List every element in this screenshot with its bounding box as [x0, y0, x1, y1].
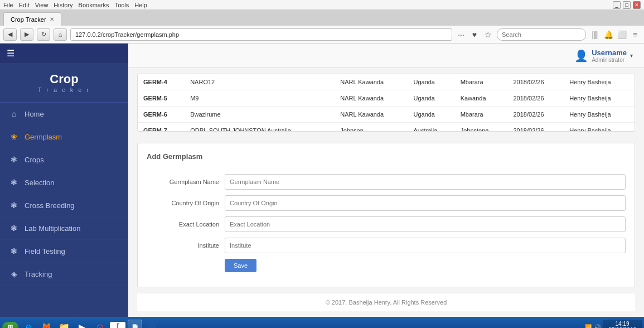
save-row: Save	[147, 259, 626, 272]
sidebar: ☰ Crop T r a c k e r ⌂ Home ❀ Germplasm …	[0, 44, 128, 317]
germ-person-cell: Henry Basheija	[564, 123, 635, 132]
tab-close-button[interactable]: ✕	[50, 16, 54, 22]
sidebar-item-selection[interactable]: ❃ Selection	[0, 171, 128, 194]
tab-bar: Crop Tracker ✕	[0, 10, 644, 26]
sidebar-item-germplasm[interactable]: ❀ Germplasm	[0, 126, 128, 148]
word-icon[interactable]: W	[144, 322, 160, 328]
lab-icon: ❃	[9, 224, 19, 233]
window-icon[interactable]: ⬜	[616, 30, 627, 39]
sidebar-item-field-testing[interactable]: ❃ Field Testing	[0, 240, 128, 263]
sidebar-field-label: Field Testing	[25, 247, 65, 255]
back-button[interactable]: ◀	[3, 28, 17, 41]
country-origin-label: Country Of Origin	[147, 200, 219, 206]
folder-icon[interactable]: 📁	[56, 322, 72, 329]
institute-label: Institute	[147, 242, 219, 249]
start-button[interactable]: ⊞	[2, 322, 18, 329]
germ-name-cell: NARO12	[185, 74, 335, 90]
user-details: Username Administrator	[592, 49, 627, 63]
address-bar: ◀ ▶ ↻ ⌂ ··· ♥ ☆ ||| 🔔 ⬜ ≡	[0, 26, 644, 44]
app-wrapper: ☰ Crop T r a c k e r ⌂ Home ❀ Germplasm …	[0, 44, 644, 317]
clock-time: 14:19	[606, 321, 638, 327]
germ-country-cell: Australia	[408, 123, 454, 132]
sidebar-item-cross-breeding[interactable]: ❃ Cross Breeding	[0, 194, 128, 217]
sidebar-header: Crop T r a c k e r	[0, 63, 128, 103]
menu-bookmarks[interactable]: Bookmarks	[79, 2, 109, 8]
sidebar-item-tracking[interactable]: ◈ Tracking	[0, 263, 128, 286]
system-tray: 📶 🔊	[585, 324, 601, 329]
sidebar-tracking-label: Tracking	[25, 270, 52, 278]
firefox-icon[interactable]: 🦊	[38, 322, 54, 329]
search-input[interactable]	[497, 28, 586, 41]
country-origin-row: Country Of Origin	[147, 195, 626, 211]
germ-institute-cell: NARL Kawanda	[335, 107, 408, 123]
menu-icon[interactable]: ≡	[630, 30, 641, 39]
heart-icon[interactable]: ♥	[469, 30, 480, 39]
app-title: Crop	[9, 72, 119, 86]
close-button[interactable]: ✕	[633, 1, 641, 9]
forward-button[interactable]: ▶	[20, 28, 33, 41]
facebook-icon[interactable]: f	[110, 322, 125, 328]
germ-date-cell: 2018/02/26	[508, 107, 564, 123]
menu-bar: File Edit View History Bookmarks Tools H…	[0, 0, 644, 10]
germ-name-cell: Bwazirume	[185, 107, 335, 123]
user-role-label: Administrator	[592, 57, 627, 63]
refresh-button[interactable]: ↻	[37, 28, 50, 41]
table-row: GERM-5 M9 NARL Kawanda Uganda Kawanda 20…	[138, 90, 635, 107]
germplasm-icon: ❀	[9, 132, 19, 141]
speaker-icon: 🔊	[594, 324, 601, 329]
cross-breeding-icon: ❃	[9, 201, 19, 210]
menu-history[interactable]: History	[54, 2, 72, 8]
table-row: GERM-7 ODPL-SOUTH JOHNSTON Australia Joh…	[138, 123, 635, 132]
germ-id-cell: GERM-6	[138, 107, 185, 123]
germ-country-cell: Uganda	[408, 90, 454, 107]
save-button[interactable]: Save	[225, 259, 256, 272]
notification-icon[interactable]: 🔔	[603, 30, 614, 39]
user-dropdown-arrow[interactable]: ▾	[630, 52, 633, 59]
sidebar-item-crops[interactable]: ❃ Crops	[0, 148, 128, 171]
ie-icon[interactable]: e	[21, 321, 36, 329]
menu-edit[interactable]: Edit	[19, 2, 30, 8]
menu-help[interactable]: Help	[134, 2, 147, 8]
institute-input[interactable]	[225, 238, 626, 253]
exact-location-label: Exact Location	[147, 221, 219, 228]
chrome-icon[interactable]: ⊙	[92, 322, 108, 329]
menu-view[interactable]: View	[35, 2, 49, 8]
sidebar-item-home[interactable]: ⌂ Home	[0, 103, 128, 126]
windows-icon: ⊞	[8, 324, 13, 329]
sidebar-cross-breeding-label: Cross Breeding	[25, 201, 75, 210]
table-row: GERM-6 Bwazirume NARL Kawanda Uganda Mba…	[138, 107, 635, 123]
germ-date-cell: 2018/02/26	[508, 90, 564, 107]
germ-date-cell: 2018/02/26	[508, 74, 564, 90]
germ-location-cell: Kawanda	[455, 90, 508, 107]
user-avatar-icon: 👤	[574, 49, 588, 62]
germ-name-cell: M9	[185, 90, 335, 107]
table-row: GERM-4 NARO12 NARL Kawanda Uganda Mbarar…	[138, 74, 635, 90]
form-title: Add Germplasm	[147, 152, 626, 165]
media-icon[interactable]: ▶	[74, 322, 90, 329]
tracking-icon: ◈	[9, 269, 19, 278]
username-label[interactable]: Username	[592, 49, 627, 57]
country-origin-input[interactable]	[225, 195, 626, 211]
browser-tab[interactable]: Crop Tracker ✕	[3, 12, 61, 26]
home-icon: ⌂	[9, 109, 19, 118]
maximize-button[interactable]: □	[623, 1, 631, 9]
menu-tools[interactable]: Tools	[115, 2, 129, 8]
url-input[interactable]	[70, 28, 452, 41]
germ-country-cell: Uganda	[408, 74, 454, 90]
germ-date-cell: 2018/02/26	[508, 123, 564, 132]
exact-location-input[interactable]	[225, 216, 626, 232]
menu-file[interactable]: File	[3, 2, 13, 8]
sidebar-item-lab-multiplication[interactable]: ❃ Lab Multiplication	[0, 217, 128, 240]
add-germplasm-form: Add Germplasm Germplasm Name Country Of …	[137, 143, 635, 287]
germ-location-cell: Mbarara	[455, 107, 508, 123]
sidebar-lab-label: Lab Multiplication	[25, 224, 80, 233]
crops-icon: ❃	[9, 155, 19, 164]
hamburger-button[interactable]: ☰	[0, 44, 128, 63]
more-icon[interactable]: ···	[456, 30, 467, 39]
star-icon[interactable]: ☆	[482, 30, 493, 39]
germplasm-name-input[interactable]	[225, 174, 626, 190]
bookmark-list-icon[interactable]: |||	[589, 30, 601, 39]
minimize-button[interactable]: _	[613, 1, 621, 9]
home-nav-button[interactable]: ⌂	[54, 28, 67, 41]
taskbar-active-item[interactable]: 📄	[128, 320, 142, 328]
